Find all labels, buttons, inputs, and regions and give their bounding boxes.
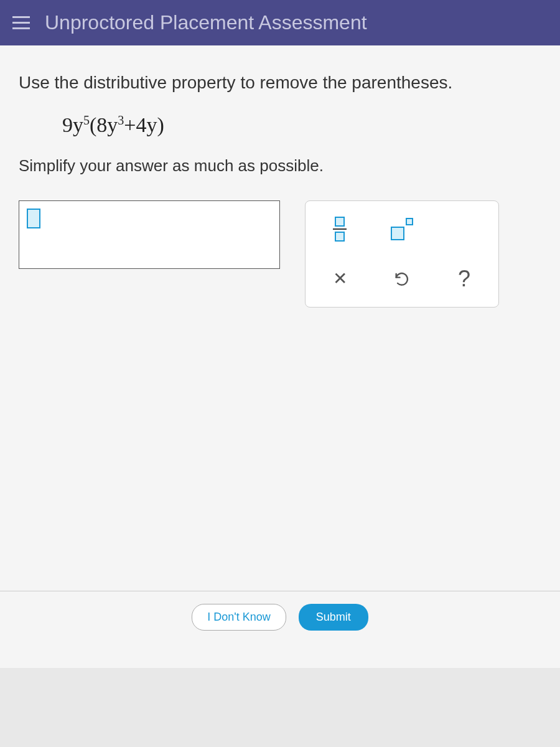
var-3: y [147, 114, 157, 137]
help-icon: ? [458, 266, 470, 292]
var-2: y [107, 114, 118, 137]
page-title: Unproctored Placement Assessment [45, 11, 367, 34]
problem-content: Use the distributive property to remove … [0, 45, 560, 668]
undo-icon [393, 270, 411, 288]
exponent-icon [391, 218, 413, 240]
fraction-icon [333, 217, 347, 242]
submit-button[interactable]: Submit [299, 604, 368, 631]
clear-button[interactable]: ✕ [324, 263, 355, 294]
footer-actions: I Don't Know Submit [0, 591, 560, 643]
exp-1: 5 [83, 113, 90, 127]
fraction-button[interactable] [324, 214, 355, 245]
undo-button[interactable] [386, 263, 418, 294]
i-dont-know-button[interactable]: I Don't Know [192, 604, 286, 631]
close-icon: ✕ [333, 268, 347, 289]
paren-close: ) [157, 114, 164, 137]
coef-2: 8 [96, 114, 107, 137]
exp-2: 3 [118, 113, 124, 127]
paren-open: ( [90, 114, 96, 137]
app-header: Unproctored Placement Assessment [0, 0, 560, 45]
menu-icon[interactable] [12, 16, 30, 29]
plus-term: +4 [124, 114, 146, 137]
var-1: y [73, 114, 83, 137]
answer-row: ✕ ? [19, 200, 541, 308]
math-tool-panel: ✕ ? [305, 200, 499, 308]
help-button[interactable]: ? [449, 263, 480, 294]
coef-1: 9 [62, 114, 73, 137]
exponent-button[interactable] [386, 214, 418, 245]
answer-placeholder-box [27, 209, 40, 228]
instruction-2: Simplify your answer as much as possible… [19, 156, 541, 176]
instruction-1: Use the distributive property to remove … [19, 70, 541, 95]
math-expression: 9y5(8y3+4y) [62, 113, 541, 137]
answer-input[interactable] [19, 200, 280, 269]
